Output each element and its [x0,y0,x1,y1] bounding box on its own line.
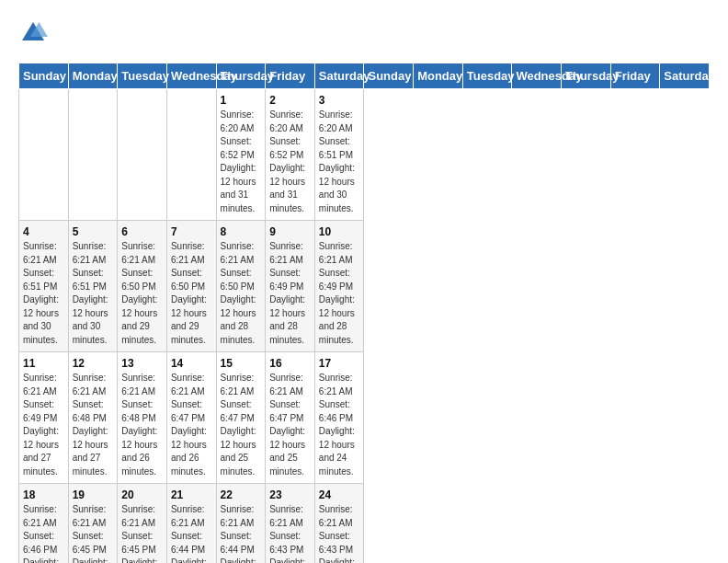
day-cell-6: 6Sunrise: 6:21 AMSunset: 6:50 PMDaylight… [118,221,167,352]
day-info: Sunrise: 6:20 AMSunset: 6:52 PMDaylight:… [221,109,262,215]
day-info: Sunrise: 6:21 AMSunset: 6:49 PMDaylight:… [269,240,311,347]
day-cell-4: 4Sunrise: 6:21 AMSunset: 6:51 PMDaylight… [19,221,69,352]
day-number: 24 [319,488,360,501]
day-info: Sunrise: 6:21 AMSunset: 6:50 PMDaylight:… [121,240,163,347]
column-header-wednesday: Wednesday [166,63,216,89]
day-cell-14: 14Sunrise: 6:21 AMSunset: 6:47 PMDayligh… [166,352,216,484]
day-number: 6 [121,225,163,238]
day-cell-20: 20Sunrise: 6:21 AMSunset: 6:45 PMDayligh… [118,484,167,564]
day-info: Sunrise: 6:21 AMSunset: 6:50 PMDaylight:… [221,240,262,347]
day-number: 18 [23,488,64,501]
column-header-monday: Monday [414,63,463,89]
day-cell-21: 21Sunrise: 6:21 AMSunset: 6:44 PMDayligh… [166,484,216,564]
day-number: 2 [269,94,311,107]
logo-icon [18,18,48,48]
column-header-thursday: Thursday [562,63,611,89]
column-header-sunday: Sunday [19,63,69,89]
day-number: 4 [23,225,64,238]
day-cell-2: 2Sunrise: 6:20 AMSunset: 6:52 PMDaylight… [266,89,315,221]
day-info: Sunrise: 6:21 AMSunset: 6:50 PMDaylight:… [171,240,212,347]
day-info: Sunrise: 6:21 AMSunset: 6:47 PMDaylight:… [269,372,311,478]
day-cell-empty [19,89,69,221]
day-number: 7 [171,225,212,238]
day-cell-9: 9Sunrise: 6:21 AMSunset: 6:49 PMDaylight… [266,221,315,352]
logo [18,18,51,48]
day-cell-empty [68,89,118,221]
day-info: Sunrise: 6:21 AMSunset: 6:47 PMDaylight:… [221,372,262,478]
day-cell-24: 24Sunrise: 6:21 AMSunset: 6:43 PMDayligh… [314,484,364,564]
day-cell-1: 1Sunrise: 6:20 AMSunset: 6:52 PMDaylight… [216,89,266,221]
column-header-monday: Monday [68,63,118,89]
week-row-2: 11Sunrise: 6:21 AMSunset: 6:49 PMDayligh… [19,352,710,484]
day-number: 1 [221,94,262,107]
day-info: Sunrise: 6:21 AMSunset: 6:48 PMDaylight:… [73,372,114,478]
week-row-1: 4Sunrise: 6:21 AMSunset: 6:51 PMDaylight… [19,221,710,352]
day-cell-7: 7Sunrise: 6:21 AMSunset: 6:50 PMDaylight… [166,221,216,352]
calendar-table: SundayMondayTuesdayWednesdayThursdayFrid… [18,63,710,563]
day-number: 21 [171,488,212,501]
day-number: 23 [269,488,311,501]
day-info: Sunrise: 6:21 AMSunset: 6:44 PMDaylight:… [171,503,212,563]
day-number: 16 [269,357,311,370]
day-number: 22 [221,488,262,501]
day-cell-3: 3Sunrise: 6:20 AMSunset: 6:51 PMDaylight… [314,89,364,221]
day-info: Sunrise: 6:21 AMSunset: 6:46 PMDaylight:… [319,372,360,478]
day-cell-16: 16Sunrise: 6:21 AMSunset: 6:47 PMDayligh… [266,352,315,484]
day-info: Sunrise: 6:20 AMSunset: 6:52 PMDaylight:… [269,109,311,215]
column-header-tuesday: Tuesday [118,63,167,89]
day-cell-empty [166,89,216,221]
day-cell-13: 13Sunrise: 6:21 AMSunset: 6:48 PMDayligh… [118,352,167,484]
day-info: Sunrise: 6:21 AMSunset: 6:48 PMDaylight:… [121,372,163,478]
day-number: 19 [73,488,114,501]
column-header-friday: Friday [266,63,315,89]
day-cell-10: 10Sunrise: 6:21 AMSunset: 6:49 PMDayligh… [314,221,364,352]
column-header-saturday: Saturday [314,63,364,89]
day-info: Sunrise: 6:20 AMSunset: 6:51 PMDaylight:… [319,109,360,215]
day-cell-19: 19Sunrise: 6:21 AMSunset: 6:45 PMDayligh… [68,484,118,564]
day-number: 15 [221,357,262,370]
day-info: Sunrise: 6:21 AMSunset: 6:51 PMDaylight:… [73,240,114,347]
day-info: Sunrise: 6:21 AMSunset: 6:45 PMDaylight:… [73,503,114,563]
column-header-saturday: Saturday [660,63,710,89]
day-number: 8 [221,225,262,238]
column-header-thursday: Thursday [216,63,266,89]
day-info: Sunrise: 6:21 AMSunset: 6:46 PMDaylight:… [23,503,64,563]
day-number: 5 [73,225,114,238]
week-row-0: 1Sunrise: 6:20 AMSunset: 6:52 PMDaylight… [19,89,710,221]
day-number: 3 [319,94,360,107]
day-cell-15: 15Sunrise: 6:21 AMSunset: 6:47 PMDayligh… [216,352,266,484]
day-number: 11 [23,357,64,370]
day-cell-5: 5Sunrise: 6:21 AMSunset: 6:51 PMDaylight… [68,221,118,352]
day-cell-empty [118,89,167,221]
day-number: 12 [73,357,114,370]
day-info: Sunrise: 6:21 AMSunset: 6:49 PMDaylight:… [319,240,360,347]
column-header-tuesday: Tuesday [462,63,512,89]
day-info: Sunrise: 6:21 AMSunset: 6:43 PMDaylight:… [269,503,311,563]
page-header [18,18,710,48]
day-cell-22: 22Sunrise: 6:21 AMSunset: 6:44 PMDayligh… [216,484,266,564]
day-number: 14 [171,357,212,370]
day-number: 20 [121,488,163,501]
day-number: 17 [319,357,360,370]
day-number: 9 [269,225,311,238]
day-cell-18: 18Sunrise: 6:21 AMSunset: 6:46 PMDayligh… [19,484,69,564]
day-info: Sunrise: 6:21 AMSunset: 6:51 PMDaylight:… [23,240,64,347]
day-info: Sunrise: 6:21 AMSunset: 6:45 PMDaylight:… [121,503,163,563]
day-cell-8: 8Sunrise: 6:21 AMSunset: 6:50 PMDaylight… [216,221,266,352]
day-cell-11: 11Sunrise: 6:21 AMSunset: 6:49 PMDayligh… [19,352,69,484]
column-header-friday: Friday [610,63,660,89]
column-header-sunday: Sunday [364,63,414,89]
day-info: Sunrise: 6:21 AMSunset: 6:43 PMDaylight:… [319,503,360,563]
column-header-wednesday: Wednesday [512,63,562,89]
day-cell-12: 12Sunrise: 6:21 AMSunset: 6:48 PMDayligh… [68,352,118,484]
day-cell-23: 23Sunrise: 6:21 AMSunset: 6:43 PMDayligh… [266,484,315,564]
day-info: Sunrise: 6:21 AMSunset: 6:44 PMDaylight:… [221,503,262,563]
day-number: 10 [319,225,360,238]
day-info: Sunrise: 6:21 AMSunset: 6:49 PMDaylight:… [23,372,64,478]
day-info: Sunrise: 6:21 AMSunset: 6:47 PMDaylight:… [171,372,212,478]
week-row-3: 18Sunrise: 6:21 AMSunset: 6:46 PMDayligh… [19,484,710,564]
day-cell-17: 17Sunrise: 6:21 AMSunset: 6:46 PMDayligh… [314,352,364,484]
calendar-header-row: SundayMondayTuesdayWednesdayThursdayFrid… [19,63,710,89]
day-number: 13 [121,357,163,370]
